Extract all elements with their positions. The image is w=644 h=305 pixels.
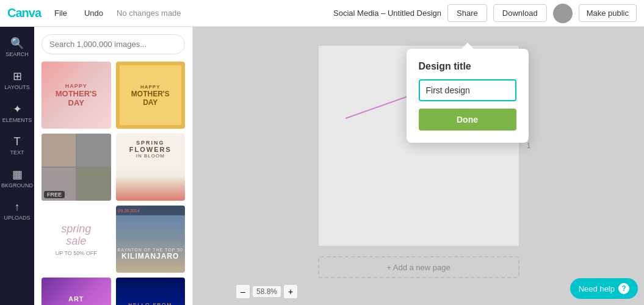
popup-arrow [461,43,474,49]
uploads-icon: ↑ [15,201,20,214]
help-icon: ? [618,283,629,294]
sidebar-item-layouts[interactable]: ⊞ LAYOUTS [0,65,34,95]
sidebar-item-text[interactable]: T TEXT [0,131,34,160]
main-layout: 🔍 SEARCH ⊞ LAYOUTS ✦ ELEMENTS T TEXT ▦ B… [0,27,644,305]
zoom-plus-button[interactable]: + [283,284,298,299]
left-panel: HAPPY MOTHER'SDAY HAPPY MOTHER'SDAY [34,27,193,305]
canva-logo: Canva [7,6,41,20]
layouts-icon: ⊞ [13,70,22,83]
no-changes-label: No changes made [117,9,181,18]
make-public-button[interactable]: Make public [579,4,637,22]
search-input[interactable] [42,34,185,54]
list-item[interactable]: SPRING FLOWERS IN BLOOM [116,134,186,201]
list-item[interactable]: HAPPY MOTHER'SDAY [116,62,186,129]
page-number: 1 [527,142,531,150]
done-button[interactable]: Done [419,109,516,131]
list-item[interactable]: HAPPY MOTHER'SDAY [42,62,111,129]
list-item[interactable]: HELLO FROM MADRID [116,278,186,305]
elements-icon: ✦ [13,102,22,116]
help-label: Need help [579,284,615,293]
file-menu-button[interactable]: File [51,6,71,20]
list-item[interactable]: ART WORKSHOP 07 16 16 [42,278,111,305]
share-button[interactable]: Share [447,4,487,22]
sidebar-item-uploads[interactable]: ↑ UPLOADS [0,196,34,226]
design-title-popup: Design title Done [407,49,529,143]
help-button[interactable]: Need help ? [570,278,638,299]
canvas-area: 1 + Add a new page Design title Done – 5… [193,27,644,305]
zoom-percent: 58.8% [253,286,281,297]
add-page-button[interactable]: + Add a new page [318,256,519,278]
download-button[interactable]: Download [493,4,547,22]
template-grid: HAPPY MOTHER'SDAY HAPPY MOTHER'SDAY [42,62,185,305]
sidebar-item-elements[interactable]: ✦ ELEMENTS [0,98,34,128]
text-icon: T [14,135,21,148]
list-item[interactable]: FREE [42,134,111,201]
search-icon: 🔍 [10,37,24,50]
zoom-minus-button[interactable]: – [236,284,250,299]
topbar-right: Social Media – Untitled Design Share Dow… [333,4,637,23]
list-item[interactable]: 09.28.2014 BAYNTON OF THE TOP 50 KILIMAN… [116,206,186,273]
sidebar-item-search[interactable]: 🔍 SEARCH [0,32,34,62]
popup-title: Design title [419,61,516,72]
design-title-input[interactable] [419,79,516,101]
list-item[interactable]: spring sale UP TO 50% OFF [42,206,111,273]
zoom-controls: – 58.8% + [236,284,298,299]
avatar [553,4,573,23]
undo-button[interactable]: Undo [81,6,107,20]
design-title-label: Social Media – Untitled Design [333,9,441,18]
sidebar-item-background[interactable]: ▦ BKGROUND [0,163,34,193]
topbar: Canva File Undo No changes made Social M… [0,0,644,27]
background-icon: ▦ [12,168,23,181]
sidebar-icons: 🔍 SEARCH ⊞ LAYOUTS ✦ ELEMENTS T TEXT ▦ B… [0,27,34,305]
